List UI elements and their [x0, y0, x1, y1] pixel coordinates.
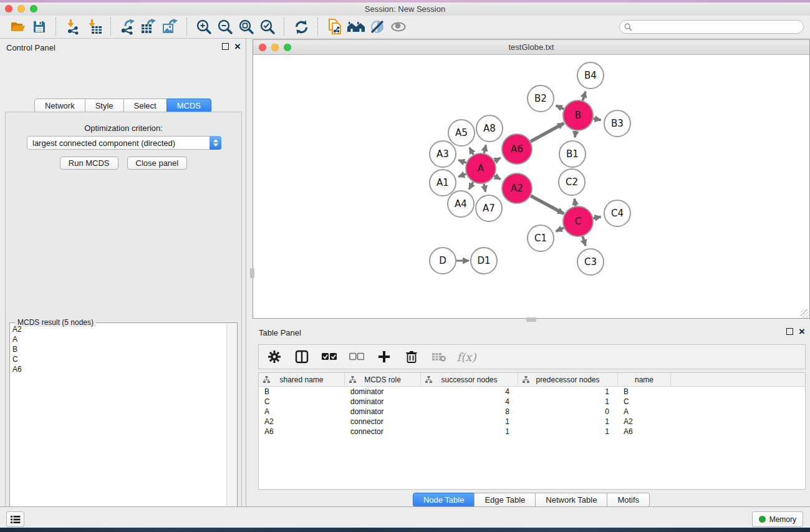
- table-cell[interactable]: A2: [618, 417, 671, 427]
- import-network-button[interactable]: [62, 17, 84, 36]
- tab-mcds[interactable]: MCDS: [166, 99, 211, 113]
- graph-edge-A-A4[interactable]: [469, 182, 473, 190]
- table-row[interactable]: A6connector11A6: [259, 427, 805, 437]
- graph-node-D[interactable]: D: [430, 248, 456, 274]
- table-cell[interactable]: B: [259, 387, 345, 397]
- hide-graphics-details-button[interactable]: [367, 17, 388, 36]
- zoom-out-button[interactable]: [215, 17, 236, 36]
- vertical-splitter-handle[interactable]: [250, 268, 254, 278]
- mcds-result-item[interactable]: C: [10, 354, 226, 364]
- zoom-fit-button[interactable]: [236, 17, 257, 36]
- table-cell[interactable]: 4: [421, 397, 518, 407]
- window-resize-grip[interactable]: [801, 309, 809, 317]
- table-cell[interactable]: C: [618, 397, 671, 407]
- graph-node-A4[interactable]: A4: [448, 191, 474, 217]
- graph-edge-C-C1[interactable]: [556, 228, 564, 231]
- graph-node-C[interactable]: C: [563, 206, 593, 236]
- table-cell[interactable]: 0: [518, 407, 618, 417]
- table-cell[interactable]: A6: [259, 427, 345, 437]
- table-cell[interactable]: B: [618, 387, 671, 397]
- delete-column-button[interactable]: [403, 349, 420, 365]
- tab-select[interactable]: Select: [123, 99, 167, 113]
- graph-node-A6[interactable]: A6: [502, 134, 532, 164]
- table-cell[interactable]: 1: [421, 417, 518, 427]
- zoom-in-button[interactable]: [193, 17, 215, 36]
- graph-edge-C-C3[interactable]: [582, 236, 586, 246]
- graph-edge-B-B2[interactable]: [556, 105, 564, 109]
- float-panel-icon[interactable]: [786, 328, 793, 335]
- table-row[interactable]: Cdominator41C: [259, 397, 805, 407]
- graph-node-B3[interactable]: B3: [604, 110, 630, 137]
- table-cell[interactable]: C: [259, 397, 345, 407]
- graph-node-B1[interactable]: B1: [559, 141, 586, 167]
- mcds-result-item[interactable]: B: [10, 344, 226, 354]
- tab-node-table[interactable]: Node Table: [413, 493, 475, 507]
- table-cell[interactable]: A: [259, 407, 345, 417]
- show-columns-button[interactable]: [294, 349, 310, 365]
- table-cell[interactable]: 4: [421, 387, 518, 397]
- graph-edge-A6-B[interactable]: [531, 123, 564, 142]
- table-cell[interactable]: connector: [345, 417, 421, 427]
- horizontal-splitter-handle[interactable]: [526, 317, 536, 322]
- table-cell[interactable]: 1: [421, 427, 518, 437]
- tab-network[interactable]: Network: [34, 99, 85, 113]
- result-list-scrollbar[interactable]: [226, 324, 237, 532]
- table-row[interactable]: Adominator80A: [259, 407, 805, 417]
- graph-node-B4[interactable]: B4: [577, 62, 604, 89]
- close-window-button[interactable]: [259, 44, 266, 51]
- table-cell[interactable]: dominator: [345, 397, 421, 407]
- tab-style[interactable]: Style: [85, 99, 124, 113]
- table-cell[interactable]: connector: [345, 427, 421, 437]
- criterion-select[interactable]: largest connected component (directed): [27, 136, 221, 150]
- tab-motifs[interactable]: Motifs: [607, 493, 650, 507]
- apply-function-button[interactable]: f(x): [458, 349, 475, 365]
- graph-node-C1[interactable]: C1: [528, 225, 554, 251]
- close-panel-icon[interactable]: ×: [234, 43, 241, 50]
- table-cell[interactable]: 8: [421, 407, 518, 417]
- graph-node-C2[interactable]: C2: [559, 169, 585, 195]
- mcds-result-item[interactable]: A6: [10, 364, 226, 374]
- table-cell[interactable]: 1: [518, 417, 618, 427]
- graph-node-A[interactable]: A: [466, 153, 496, 183]
- graph-node-A5[interactable]: A5: [448, 120, 475, 146]
- table-settings-button[interactable]: [266, 349, 282, 365]
- table-cell[interactable]: A6: [618, 427, 671, 437]
- apply-layout-button[interactable]: [291, 17, 312, 36]
- search-field[interactable]: [619, 20, 804, 34]
- graph-edge-B-B4[interactable]: [582, 92, 585, 100]
- create-column-button[interactable]: [376, 349, 392, 365]
- graph-edge-C-C4[interactable]: [593, 216, 600, 218]
- column-header-MCDS-role[interactable]: MCDS role: [345, 373, 421, 386]
- graph-edge-A-A7[interactable]: [484, 183, 486, 191]
- graph-edge-A-A5[interactable]: [470, 148, 473, 155]
- column-header-predecessor-nodes[interactable]: predecessor nodes: [518, 373, 618, 386]
- graph-edge-A-A3[interactable]: [458, 160, 466, 163]
- zoom-window-button[interactable]: [30, 5, 37, 12]
- table-row[interactable]: A2connector11A2: [259, 417, 805, 427]
- table-cell[interactable]: A2: [259, 417, 345, 427]
- export-network-button[interactable]: [117, 17, 138, 36]
- minimize-window-button[interactable]: [271, 44, 279, 51]
- column-header-successor-nodes[interactable]: successor nodes: [421, 373, 518, 386]
- close-window-button[interactable]: [5, 5, 12, 12]
- export-image-button[interactable]: [160, 17, 181, 36]
- zoom-selected-button[interactable]: [257, 17, 278, 36]
- table-cell[interactable]: 1: [518, 427, 618, 437]
- run-mcds-button[interactable]: Run MCDS: [60, 157, 118, 170]
- table-cell[interactable]: 1: [518, 397, 618, 407]
- table-row[interactable]: Bdominator41B: [259, 387, 805, 397]
- delete-table-button[interactable]: [431, 349, 447, 365]
- graph-node-C4[interactable]: C4: [604, 200, 630, 226]
- graph-edge-B-B1[interactable]: [575, 131, 576, 138]
- close-panel-button[interactable]: Close panel: [127, 157, 188, 170]
- task-history-button[interactable]: [6, 511, 24, 527]
- graph-edge-B-B3[interactable]: [593, 118, 600, 120]
- zoom-window-button[interactable]: [284, 44, 291, 51]
- graph-node-A7[interactable]: A7: [476, 195, 502, 221]
- graph-node-A2[interactable]: A2: [502, 173, 532, 203]
- table-cell[interactable]: 1: [518, 387, 618, 397]
- open-session-button[interactable]: [7, 17, 29, 36]
- graph-edge-C-C2[interactable]: [574, 199, 576, 206]
- select-all-rows-button[interactable]: [321, 349, 337, 365]
- graph-node-A3[interactable]: A3: [430, 141, 456, 167]
